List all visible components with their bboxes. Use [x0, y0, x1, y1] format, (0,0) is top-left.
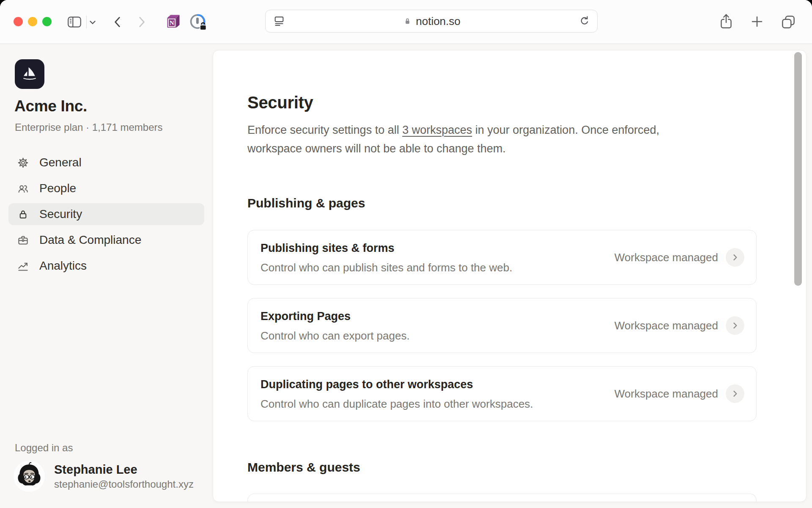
setting-card-publishing-sites[interactable]: Publishing sites & forms Control who can… [247, 230, 757, 285]
reload-icon[interactable] [579, 15, 590, 27]
user-row: Stephanie Lee stephanie@toolsforthought.… [14, 461, 194, 492]
new-tab-icon[interactable] [749, 14, 765, 29]
card-title: Publishing sites & forms [261, 240, 512, 256]
tabs-overview-icon[interactable] [779, 13, 797, 31]
chevron-down-icon[interactable] [88, 18, 97, 27]
lock-icon [17, 209, 29, 220]
card-description: Control who can duplicate pages into oth… [261, 397, 533, 411]
sidebar: Acme Inc. Enterprise plan · 1,171 member… [0, 44, 213, 508]
page-description: Enforce security settings to all 3 works… [247, 121, 670, 158]
workspace-name: Acme Inc. [14, 96, 87, 117]
sidebar-toggle-icon[interactable] [66, 14, 82, 30]
sidebar-item-data-compliance[interactable]: Data & Compliance [8, 229, 204, 251]
onepassword-extension-icon[interactable] [189, 13, 207, 31]
user-email: stephanie@toolsforthought.xyz [54, 478, 194, 491]
sidebar-item-label: General [39, 156, 82, 169]
zoom-window-button[interactable] [42, 17, 52, 26]
url-display: notion.so [285, 15, 579, 28]
trend-chart-icon [17, 260, 29, 272]
chevron-right-icon[interactable] [726, 248, 744, 267]
sidebar-item-label: Data & Compliance [39, 233, 141, 247]
forward-icon[interactable] [134, 14, 149, 30]
page-title: Security [247, 91, 313, 114]
setting-card-partial[interactable] [247, 494, 757, 502]
lock-icon [403, 17, 412, 26]
toolbar-divider [86, 16, 87, 28]
status-label: Workspace managed [614, 319, 718, 332]
section-heading-publishing: Publishing & pages [247, 194, 365, 212]
user-name: Stephanie Lee [54, 462, 194, 478]
sidebar-item-label: People [39, 182, 76, 195]
card-title: Exporting Pages [261, 309, 410, 324]
traffic-lights [14, 17, 52, 26]
sidebar-item-general[interactable]: General [8, 152, 204, 174]
workspace-meta: Enterprise plan · 1,171 members [15, 120, 163, 135]
svg-text:N: N [170, 19, 174, 26]
safari-window: N [0, 0, 812, 508]
security-settings-panel: Security Enforce security settings to al… [213, 50, 807, 502]
chevron-right-icon[interactable] [726, 384, 744, 403]
scrollbar-thumb[interactable] [794, 52, 802, 286]
url-text: notion.so [416, 15, 461, 28]
reader-view-icon[interactable] [273, 15, 285, 27]
sidebar-item-people[interactable]: People [8, 177, 204, 199]
status-label: Workspace managed [614, 251, 718, 264]
share-icon[interactable] [717, 13, 735, 30]
back-icon[interactable] [110, 14, 125, 30]
address-bar[interactable]: notion.so [265, 10, 598, 33]
sailboat-icon [20, 64, 39, 84]
close-window-button[interactable] [14, 17, 23, 26]
sidebar-item-label: Security [39, 207, 82, 221]
description-text: Enforce security settings to all [247, 124, 402, 136]
card-description: Control who can publish sites and forms … [261, 260, 512, 275]
sidebar-nav: General People [8, 152, 204, 277]
sidebar-item-analytics[interactable]: Analytics [8, 255, 204, 277]
sidebar-item-label: Analytics [39, 259, 87, 273]
sidebar-item-security[interactable]: Security [8, 203, 204, 225]
notion-extension-icon[interactable]: N [165, 14, 182, 30]
browser-toolbar: N [0, 0, 812, 44]
workspaces-link[interactable]: 3 workspaces [402, 124, 472, 136]
avatar [14, 461, 45, 492]
briefcase-icon [17, 235, 29, 246]
chevron-right-icon[interactable] [726, 316, 744, 335]
card-title: Duplicating pages to other workspaces [261, 377, 533, 392]
gear-icon [17, 157, 29, 168]
notion-admin-page: Acme Inc. Enterprise plan · 1,171 member… [0, 44, 812, 508]
minimize-window-button[interactable] [28, 17, 37, 26]
setting-card-exporting-pages[interactable]: Exporting Pages Control who can export p… [247, 298, 757, 353]
status-label: Workspace managed [614, 387, 718, 400]
workspace-logo [15, 59, 44, 89]
people-icon [17, 183, 29, 194]
card-description: Control who can export pages. [261, 329, 410, 343]
logged-in-as-label: Logged in as [15, 441, 73, 455]
setting-card-duplicating-pages[interactable]: Duplicating pages to other workspaces Co… [247, 366, 757, 421]
section-heading-members: Members & guests [247, 458, 360, 476]
